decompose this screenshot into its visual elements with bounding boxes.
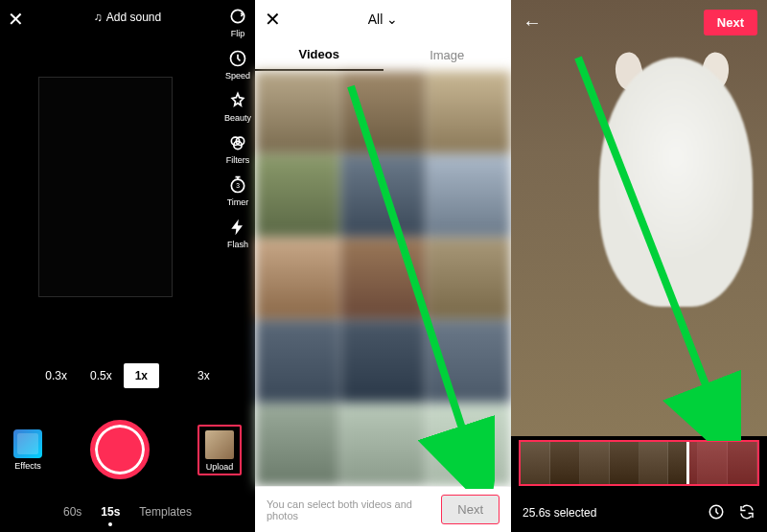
beauty-label: Beauty [224, 113, 251, 123]
trim-selection-handle[interactable] [686, 442, 757, 484]
album-label: All [368, 12, 384, 27]
mode-selector: 60s 15s Templates [0, 505, 255, 519]
mode-templates[interactable]: Templates [139, 505, 192, 519]
timeline-frame [580, 442, 610, 484]
flip-label: Flip [231, 29, 245, 38]
mode-15s[interactable]: 15s [101, 505, 120, 519]
camera-side-tools: Flip Speed Beauty Filters 3 Timer Flash [224, 6, 251, 249]
media-cell[interactable] [255, 154, 339, 237]
picker-footer: You can select both videos and photos Ne… [255, 486, 511, 532]
editor-footer-icons [708, 503, 755, 523]
chevron-down-icon: ⌄ [386, 12, 398, 27]
zoom-0-3x[interactable]: 0.3x [34, 363, 79, 388]
filters-icon [227, 132, 248, 153]
next-button[interactable]: Next [441, 495, 500, 524]
timer-tool[interactable]: 3 Timer [227, 174, 249, 207]
effects-button[interactable]: Effects [13, 429, 42, 471]
speed-tool[interactable]: Speed [225, 48, 250, 81]
media-cell[interactable] [255, 404, 339, 486]
media-cell[interactable] [427, 404, 511, 486]
media-cell[interactable] [427, 320, 511, 403]
close-icon[interactable]: ✕ [265, 8, 281, 31]
beauty-icon [227, 90, 248, 111]
next-button[interactable]: Next [704, 10, 757, 35]
media-cell[interactable] [340, 238, 425, 320]
editor-footer: 25.6s selected [511, 494, 767, 532]
camera-screen: ✕ ♫ Add sound Flip Speed Beauty Filters … [0, 0, 255, 532]
zoom-selector: 0.3x 0.5x 1x 3x [0, 363, 255, 388]
media-cell[interactable] [427, 238, 511, 320]
selected-duration: 25.6s selected [523, 506, 708, 520]
filters-tool[interactable]: Filters [226, 132, 250, 165]
picker-header: ✕ All ⌄ [255, 0, 511, 38]
upload-button[interactable]: Upload [198, 425, 242, 475]
picker-hint: You can select both videos and photos [267, 498, 441, 521]
music-note-icon: ♫ [94, 11, 103, 24]
picker-screen: ✕ All ⌄ Videos Image You can select both… [255, 0, 511, 532]
back-icon[interactable]: ← [523, 12, 542, 34]
media-cell[interactable] [255, 238, 339, 320]
svg-text:3: 3 [236, 182, 240, 189]
timeline-frame [610, 442, 639, 484]
timeline-frame [550, 442, 580, 484]
add-sound-button[interactable]: ♫ Add sound [94, 11, 161, 24]
speed-label: Speed [225, 71, 250, 81]
svg-point-0 [231, 10, 244, 22]
album-dropdown[interactable]: All ⌄ [368, 12, 399, 27]
flip-icon [227, 6, 248, 27]
speed-icon [227, 48, 248, 69]
timer-label: Timer [227, 197, 249, 207]
tab-videos[interactable]: Videos [255, 38, 384, 71]
upload-thumb-icon [205, 430, 234, 459]
trim-timeline[interactable] [519, 440, 759, 486]
media-cell[interactable] [255, 320, 339, 403]
upload-label: Upload [206, 462, 234, 472]
filters-label: Filters [226, 155, 250, 165]
zoom-1x[interactable]: 1x [124, 363, 159, 388]
media-cell[interactable] [340, 404, 425, 486]
zoom-spacer [159, 370, 186, 382]
flip-tool[interactable]: Flip [227, 6, 248, 38]
flash-icon [227, 217, 248, 238]
camera-viewfinder [38, 77, 173, 297]
beauty-tool[interactable]: Beauty [224, 90, 251, 123]
media-cell[interactable] [340, 154, 425, 237]
close-icon[interactable]: ✕ [8, 8, 24, 31]
record-button[interactable] [90, 420, 150, 479]
preview-photo [511, 0, 767, 436]
flash-tool[interactable]: Flash [227, 217, 248, 249]
effects-label: Effects [14, 461, 40, 471]
editor-screen: ← Next 25.6s selected [511, 0, 767, 532]
flash-label: Flash [227, 240, 248, 249]
media-cell[interactable] [427, 71, 511, 153]
timeline-frame [639, 442, 669, 484]
rotate-icon[interactable] [738, 503, 755, 523]
speed-icon[interactable] [708, 503, 725, 523]
add-sound-label: Add sound [106, 11, 161, 24]
media-cell[interactable] [255, 71, 339, 153]
media-grid[interactable] [255, 71, 511, 486]
media-cell[interactable] [427, 154, 511, 237]
mode-60s[interactable]: 60s [63, 505, 81, 519]
zoom-3x[interactable]: 3x [186, 363, 221, 388]
camera-top-bar: ✕ ♫ Add sound [0, 0, 255, 35]
media-cell[interactable] [340, 71, 425, 153]
effects-icon [13, 429, 42, 458]
timeline-frame [521, 442, 550, 484]
dog-figure [599, 58, 753, 307]
camera-bottom-row: Effects Upload [0, 420, 255, 479]
zoom-0-5x[interactable]: 0.5x [79, 363, 124, 388]
picker-tabs: Videos Image [255, 38, 511, 71]
tab-image[interactable]: Image [384, 38, 512, 71]
timer-icon: 3 [227, 174, 248, 196]
media-cell[interactable] [340, 320, 425, 403]
